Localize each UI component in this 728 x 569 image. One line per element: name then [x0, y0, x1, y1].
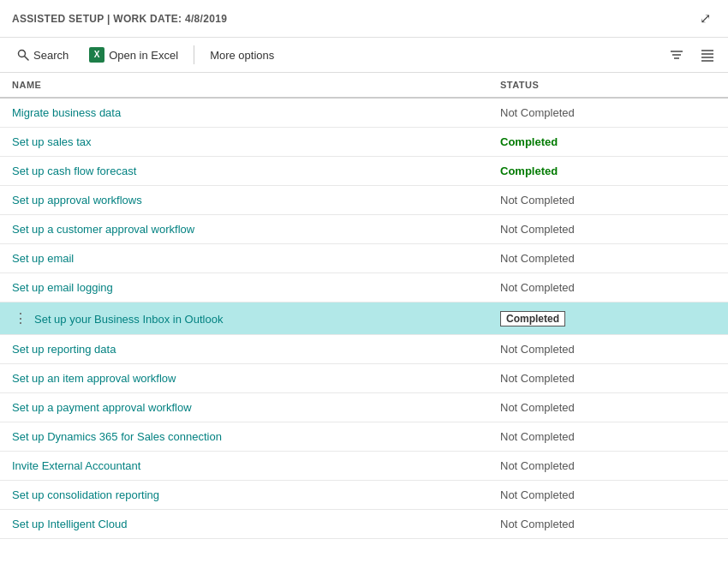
table-row[interactable]: Set up a payment approval workflowNot Co… — [0, 393, 728, 422]
row-name-link[interactable]: Set up cash flow forecast — [12, 165, 136, 177]
row-name-link[interactable]: Set up an item approval workflow — [12, 372, 176, 385]
expand-button[interactable]: ⤢ — [695, 7, 716, 30]
row-status-cell: Not Completed — [488, 273, 728, 302]
row-name-cell: Migrate business data — [0, 98, 488, 128]
row-name-link[interactable]: Set up consolidation reporting — [12, 488, 159, 501]
search-label: Search — [33, 49, 69, 62]
search-icon — [17, 49, 29, 61]
list-view-button[interactable] — [695, 45, 719, 65]
table-row[interactable]: Set up an item approval workflowNot Comp… — [0, 364, 728, 393]
row-name-cell: Set up sales tax — [0, 128, 488, 157]
row-status-cell: Not Completed — [488, 186, 728, 215]
col-header-status: STATUS — [488, 73, 728, 98]
table-row[interactable]: Set up Dynamics 365 for Sales connection… — [0, 422, 728, 452]
svg-line-1 — [25, 57, 29, 61]
row-name-link[interactable]: Migrate business data — [12, 106, 121, 119]
status-badge: Completed — [500, 311, 565, 326]
row-status-cell: Completed — [488, 302, 728, 335]
status-text: Not Completed — [500, 343, 575, 356]
list-icon — [701, 48, 714, 62]
row-name-cell: Invite External Accountant — [0, 452, 488, 481]
row-name-cell: Set up a customer approval workflow — [0, 215, 488, 244]
row-actions-icon[interactable]: ⋮ — [12, 310, 29, 326]
toolbar-right — [665, 45, 719, 65]
row-status-cell: Not Completed — [488, 422, 728, 452]
row-name-link[interactable]: Set up a payment approval workflow — [12, 401, 192, 414]
table-row[interactable]: Set up approval workflowsNot Completed — [0, 186, 728, 215]
toolbar: Search X Open in Excel More options — [0, 38, 728, 73]
table-row[interactable]: Set up consolidation reportingNot Comple… — [0, 481, 728, 510]
status-text: Not Completed — [500, 518, 575, 530]
row-name-cell: Set up consolidation reporting — [0, 481, 488, 510]
status-text: Not Completed — [500, 401, 575, 414]
status-text: Not Completed — [500, 459, 575, 472]
status-badge: Completed — [500, 165, 558, 177]
row-name-cell: Set up approval workflows — [0, 186, 488, 215]
row-name-cell: ⋮Set up your Business Inbox in Outlook — [0, 302, 488, 335]
row-name-link[interactable]: Set up a customer approval workflow — [12, 223, 194, 236]
toolbar-separator — [194, 45, 194, 64]
table-row[interactable]: Invite External AccountantNot Completed — [0, 452, 728, 481]
table-row[interactable]: Set up email loggingNot Completed — [0, 273, 728, 302]
filter-button[interactable] — [665, 45, 689, 65]
row-name-cell: Set up cash flow forecast — [0, 157, 488, 186]
row-name-cell: Set up Dynamics 365 for Sales connection — [0, 422, 488, 452]
row-name-link[interactable]: Set up email — [12, 252, 74, 265]
row-status-cell: Not Completed — [488, 510, 728, 539]
excel-label: Open in Excel — [109, 49, 178, 62]
status-text: Not Completed — [500, 223, 575, 236]
data-table: NAME STATUS Migrate business dataNot Com… — [0, 73, 728, 539]
row-name-cell: Set up email — [0, 244, 488, 273]
row-status-cell: Not Completed — [488, 393, 728, 422]
table-row[interactable]: Migrate business dataNot Completed — [0, 98, 728, 128]
title-text: ASSISTED SETUP | WORK DATE: 4/8/2019 — [12, 13, 227, 25]
more-options-label: More options — [210, 49, 274, 62]
row-name-cell: Set up reporting data — [0, 335, 488, 364]
row-name-link[interactable]: Set up Intelligent Cloud — [12, 518, 127, 530]
row-status-cell: Not Completed — [488, 452, 728, 481]
status-text: Not Completed — [500, 488, 575, 501]
row-status-cell: Not Completed — [488, 364, 728, 393]
status-badge: Completed — [500, 135, 558, 148]
table-row[interactable]: Set up sales taxCompleted — [0, 128, 728, 157]
row-name-link[interactable]: Set up reporting data — [12, 343, 116, 356]
status-text: Not Completed — [500, 106, 575, 119]
status-text: Not Completed — [500, 252, 575, 265]
status-text: Not Completed — [500, 194, 575, 207]
table-row[interactable]: Set up cash flow forecastCompleted — [0, 157, 728, 186]
row-status-cell: Not Completed — [488, 481, 728, 510]
table-row[interactable]: ⋮Set up your Business Inbox in OutlookCo… — [0, 302, 728, 335]
table-row[interactable]: Set up a customer approval workflowNot C… — [0, 215, 728, 244]
filter-icon — [670, 48, 683, 62]
table-body: Migrate business dataNot CompletedSet up… — [0, 98, 728, 539]
table-header: NAME STATUS — [0, 73, 728, 98]
row-name-link[interactable]: Set up email logging — [12, 281, 113, 294]
excel-icon: X — [89, 47, 104, 63]
row-name-cell: Set up Intelligent Cloud — [0, 510, 488, 539]
search-button[interactable]: Search — [9, 45, 77, 66]
table-container: NAME STATUS Migrate business dataNot Com… — [0, 73, 728, 565]
row-name-link[interactable]: Set up your Business Inbox in Outlook — [34, 313, 223, 326]
row-status-cell: Completed — [488, 157, 728, 186]
row-status-cell: Not Completed — [488, 98, 728, 128]
col-header-name: NAME — [0, 73, 488, 98]
status-text: Not Completed — [500, 281, 575, 294]
row-name-cell: Set up a payment approval workflow — [0, 393, 488, 422]
row-name-link[interactable]: Set up approval workflows — [12, 194, 142, 207]
more-options-button[interactable]: More options — [201, 45, 283, 66]
table-row[interactable]: Set up emailNot Completed — [0, 244, 728, 273]
row-status-cell: Not Completed — [488, 244, 728, 273]
status-text: Not Completed — [500, 430, 575, 443]
row-status-cell: Not Completed — [488, 335, 728, 364]
row-name-cell: Set up email logging — [0, 273, 488, 302]
row-status-cell: Not Completed — [488, 215, 728, 244]
table-row[interactable]: Set up reporting dataNot Completed — [0, 335, 728, 364]
table-row[interactable]: Set up Intelligent CloudNot Completed — [0, 510, 728, 539]
row-name-link[interactable]: Set up sales tax — [12, 135, 92, 148]
row-name-link[interactable]: Invite External Accountant — [12, 459, 140, 472]
status-text: Not Completed — [500, 372, 575, 385]
open-in-excel-button[interactable]: X Open in Excel — [81, 43, 187, 67]
row-name-link[interactable]: Set up Dynamics 365 for Sales connection — [12, 430, 222, 443]
row-status-cell: Completed — [488, 128, 728, 157]
expand-icon: ⤢ — [700, 10, 711, 27]
